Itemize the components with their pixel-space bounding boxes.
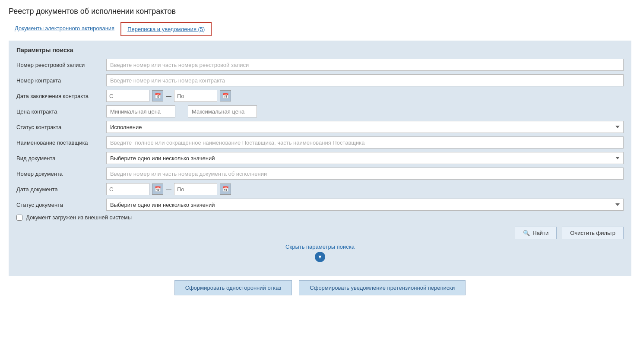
- input-contract-number[interactable]: [106, 74, 624, 86]
- price-range-contract: —: [106, 105, 624, 117]
- form-row-document-type: Вид документа Выберите одно или нескольк…: [16, 152, 624, 164]
- form-row-contract-date: Дата заключения контракта 📅 — 📅: [16, 90, 624, 102]
- form-row-contract-status: Статус контракта Исполнение Завершен Рас…: [16, 121, 624, 133]
- form-row-supplier-name: Наименование поставщика: [16, 136, 624, 149]
- input-price-max[interactable]: [188, 105, 257, 117]
- search-icon: 🔍: [523, 230, 530, 236]
- calendar-icon-doc-to[interactable]: 📅: [220, 184, 231, 195]
- form-row-registry-number: Номер реестровой записи: [16, 59, 624, 71]
- select-document-type[interactable]: Выберите одно или несколько значений: [106, 152, 624, 164]
- select-contract-status[interactable]: Исполнение Завершен Расторгнут: [106, 121, 624, 133]
- btn-claim-notification[interactable]: Сформировать уведомление претензионной п…: [299, 280, 466, 295]
- calendar-icon-contract-to[interactable]: 📅: [220, 90, 231, 101]
- search-panel-title: Параметры поиска: [16, 47, 624, 54]
- search-panel: Параметры поиска Номер реестровой записи…: [9, 41, 631, 276]
- date-from-document[interactable]: [106, 183, 149, 195]
- select-document-status[interactable]: Выберите одно или несколько значений: [106, 199, 624, 211]
- date-to-document[interactable]: [174, 183, 217, 195]
- search-button[interactable]: 🔍 Найти: [515, 227, 557, 239]
- form-row-contract-price: Цена контракта —: [16, 105, 624, 117]
- collapse-row: Скрыть параметры поиска ▼: [16, 244, 624, 262]
- label-document-date: Дата документа: [16, 186, 103, 193]
- calendar-icon-doc-from[interactable]: 📅: [152, 184, 163, 195]
- checkbox-external-system[interactable]: [16, 215, 22, 221]
- label-contract-number: Номер контракта: [16, 77, 103, 84]
- price-sep: —: [179, 108, 184, 115]
- tab-electronic[interactable]: Документы электронного актирования: [9, 22, 120, 36]
- checkbox-row-external: Документ загружен из внешней системы: [16, 214, 624, 221]
- form-row-contract-number: Номер контракта: [16, 74, 624, 86]
- date-range-contract: 📅 — 📅: [106, 90, 624, 102]
- calendar-icon-contract-from[interactable]: 📅: [152, 90, 163, 101]
- tabs-container: Документы электронного актирования Переп…: [9, 22, 631, 36]
- date-range-document: 📅 — 📅: [106, 183, 624, 195]
- input-price-min[interactable]: [106, 105, 175, 117]
- form-row-document-date: Дата документа 📅 — 📅: [16, 183, 624, 195]
- search-button-label: Найти: [532, 230, 548, 236]
- label-contract-date: Дата заключения контракта: [16, 93, 103, 99]
- bottom-buttons: Сформировать односторонний отказ Сформир…: [9, 280, 631, 295]
- form-row-document-status: Статус документа Выберите одно или неско…: [16, 199, 624, 211]
- btn-unilateral-refusal[interactable]: Сформировать односторонний отказ: [174, 280, 292, 295]
- date-sep-contract: —: [166, 93, 171, 99]
- tab-correspondence[interactable]: Переписка и уведомления (5): [120, 22, 212, 36]
- search-buttons-row: 🔍 Найти Очистить фильтр: [16, 227, 624, 239]
- label-contract-status: Статус контракта: [16, 124, 103, 130]
- clear-filter-button[interactable]: Очистить фильтр: [562, 227, 624, 239]
- date-sep-document: —: [166, 186, 171, 193]
- label-document-status: Статус документа: [16, 202, 103, 208]
- label-registry-number: Номер реестровой записи: [16, 62, 103, 68]
- checkbox-label-external: Документ загружен из внешней системы: [26, 214, 132, 221]
- label-supplier-name: Наименование поставщика: [16, 139, 103, 146]
- label-document-number: Номер документа: [16, 171, 103, 177]
- input-document-number[interactable]: [106, 168, 624, 180]
- page-title: Реестр документов об исполнении контракт…: [9, 7, 631, 16]
- input-registry-number[interactable]: [106, 59, 624, 71]
- collapse-arrow-icon[interactable]: ▼: [315, 252, 325, 262]
- date-to-contract[interactable]: [174, 90, 217, 102]
- label-document-type: Вид документа: [16, 155, 103, 161]
- input-supplier-name[interactable]: [106, 136, 624, 149]
- label-contract-price: Цена контракта: [16, 108, 103, 115]
- collapse-link[interactable]: Скрыть параметры поиска: [285, 244, 355, 250]
- date-from-contract[interactable]: [106, 90, 149, 102]
- form-row-document-number: Номер документа: [16, 168, 624, 180]
